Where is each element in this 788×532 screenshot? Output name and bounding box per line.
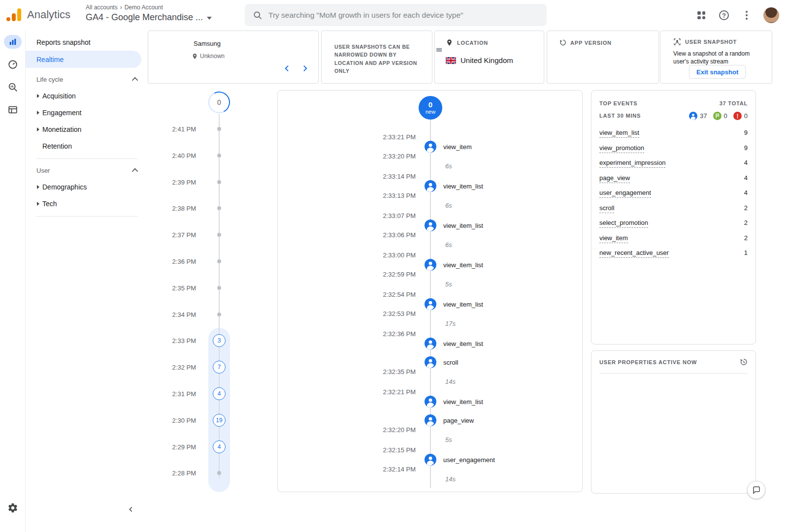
stream-timestamp: 2:32:54 PM [278,290,416,299]
top-event-count: 9 [744,129,748,136]
stream-timestamp: 2:33:00 PM [278,250,416,260]
nav-section-header-life-cycle[interactable]: Life cycle [26,71,148,88]
counter-value: 0 [724,112,727,120]
history-icon[interactable] [739,358,748,366]
timeline-minute-count[interactable]: 19 [213,414,226,427]
timeline-dot [217,233,221,237]
stream-event-view_item_list[interactable]: view_item_list [278,299,582,309]
search-input[interactable] [268,11,539,20]
expand-arrow-icon [33,127,42,131]
stream-timestamp: 2:32:53 PM [278,309,416,318]
top-event-count: 4 [744,174,748,182]
top-event-name[interactable]: view_item [599,234,628,243]
feedback-button[interactable] [747,481,765,499]
top-event-name[interactable]: view_promotion [599,144,644,153]
gear-icon [7,502,18,513]
person-circle-icon [425,180,436,192]
stream-event-user_engagement[interactable]: user_engagement [278,455,582,465]
timeline-dot [217,180,221,184]
top-event-name[interactable]: experiment_impression [599,159,665,168]
person-circle-icon [425,141,436,153]
top-event-name[interactable]: page_view [599,174,630,183]
chevron-up-icon [132,168,138,174]
stream-event-view_item_list[interactable]: view_item_list [278,220,582,230]
uk-flag-icon [446,57,456,64]
divider [599,373,748,374]
timeline-time-label: 2:32 PM [172,364,196,371]
top-event-row: view_item2 [599,234,748,250]
sidebar-item-monetization[interactable]: Monetization [26,121,148,138]
rail-home-button[interactable] [0,53,26,76]
timeline-minute-count[interactable]: 7 [213,361,226,374]
exit-snapshot-button[interactable]: Exit snapshot [689,65,746,79]
event-name: view_item_list [443,398,483,406]
more-options-button[interactable] [741,9,753,21]
rail-advertising-button[interactable] [0,98,26,121]
admin-settings-button[interactable] [0,502,26,513]
timeline-time-label: 2:40 PM [172,152,196,159]
search-bar[interactable] [245,4,547,26]
rail-explore-button[interactable] [0,76,26,98]
app-name: Analytics [27,8,70,21]
expand-arrow-icon [33,111,42,115]
rail-reports-button[interactable] [0,31,26,53]
nav-item-realtime[interactable]: Realtime [26,51,141,68]
stream-event-view_item_list[interactable]: view_item_list [278,260,582,270]
help-button[interactable]: ? [718,9,730,21]
google-apps-button[interactable] [695,9,707,21]
sidebar-item-demographics[interactable]: Demographics [26,179,148,195]
stream-event-view_item_list[interactable]: view_item_list [278,339,582,348]
analytics-home-link[interactable]: Analytics [7,7,70,23]
chevron-up-icon [132,77,138,83]
top-event-row: user_engagement4 [599,189,748,204]
nav-section-header-user[interactable]: User [26,162,148,179]
collapse-nav-button[interactable] [124,502,138,516]
top-event-name[interactable]: user_engagement [599,189,651,198]
event-name: view_item_list [443,222,483,229]
timeline-minute-count[interactable]: 4 [213,387,226,400]
sidebar-item-tech[interactable]: Tech [26,195,148,212]
drag-handle-icon[interactable]: ▬▬ [436,47,442,51]
person-circle-icon [425,454,436,466]
top-event-name[interactable]: select_promotion [599,219,648,228]
new-events-badge: 0 new [419,96,442,120]
counter-conversions: 0 [713,112,727,120]
top-event-row: scroll2 [599,204,748,219]
user-avatar[interactable] [763,7,779,23]
stream-event-view_item_list[interactable]: view_item_list [278,181,582,191]
stream-event-scroll[interactable]: scroll [278,357,582,367]
sidebar-item-engagement[interactable]: Engagement [26,104,148,121]
top-event-name[interactable]: view_item_list [599,129,639,138]
carousel-next-button[interactable] [300,63,310,73]
stream-event-page_view[interactable]: page_view [278,415,582,425]
event-person-icon [425,259,436,271]
map-pin-icon [192,53,198,60]
breadcrumb-account: Demo Account [125,4,163,11]
stream-timestamp: 2:32:35 PM [278,367,416,376]
top-event-name[interactable]: new_recent_active_user [599,249,669,258]
carousel-prev-button[interactable] [282,63,292,73]
stream-timestamp: 2:33:06 PM [278,230,416,240]
event-person-icon [425,356,436,368]
timeline-minute-count[interactable]: 4 [213,440,226,453]
breadcrumb-separator: › [120,4,122,11]
location-value[interactable]: United Kingdom [460,56,513,64]
nav-sections: Life cycleAcquisitionEngagementMonetizat… [26,71,148,217]
reports-nav: Reports snapshot Realtime Life cycleAcqu… [26,31,148,532]
stream-event-view_item_list[interactable]: view_item_list [278,397,582,407]
nav-item-reports-snapshot[interactable]: Reports snapshot [26,33,148,51]
stream-timestamp: 2:32:21 PM [278,387,416,397]
counter-users: 37 [689,112,707,120]
sidebar-item-acquisition[interactable]: Acquisition [26,88,148,104]
account-switcher[interactable]: All accounts › Demo Account GA4 - Google… [86,4,212,23]
event-name: user_engagement [443,456,495,464]
event-name: view_item [443,143,472,151]
snapshot-notice-card: USER SNAPSHOTS CAN BE NARROWED DOWN BY L… [321,31,432,84]
sidebar-item-retention[interactable]: Retention [26,138,148,155]
timeline-time-label: 2:30 PM [172,416,196,424]
timeline-dot [217,154,221,157]
top-event-name[interactable]: scroll [599,204,614,213]
timeline-time-label: 2:41 PM [172,125,196,133]
top-event-row: view_item_list9 [599,129,748,144]
stream-event-view_item[interactable]: view_item [278,142,582,152]
